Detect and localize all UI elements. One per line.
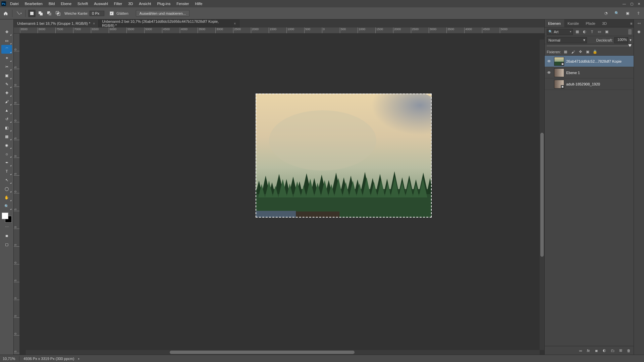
filter-type-icon[interactable]: T (589, 29, 595, 35)
layer-mask-icon[interactable]: ◙ (594, 349, 599, 353)
type-tool[interactable]: T (1, 167, 12, 176)
close-window-button[interactable]: ✕ (635, 0, 643, 7)
menu-hilfe[interactable]: Hilfe (192, 0, 205, 7)
layer-group-icon[interactable]: 🗀 (610, 349, 615, 353)
layer-visibility-icon[interactable]: 👁 (546, 59, 552, 64)
path-select-tool[interactable]: ↖ (1, 176, 12, 184)
menu-auswahl[interactable]: Auswahl (91, 0, 111, 7)
feather-input[interactable] (90, 11, 104, 16)
document-tab-1[interactable]: Unbenannt-2 bei 10,7% (26ab471dd8dc52b95… (99, 19, 239, 27)
layer-thumbnail[interactable] (554, 68, 564, 77)
ruler-origin[interactable] (14, 27, 20, 34)
history-brush-tool[interactable]: ↺ (1, 115, 12, 123)
horizontal-ruler[interactable]: 8500800075007000650060005500500045004000… (20, 27, 544, 34)
horizontal-scrollbar[interactable] (26, 350, 540, 355)
filter-smart-icon[interactable]: ▣ (604, 29, 610, 35)
panel-tab-kanäle[interactable]: Kanäle (564, 19, 582, 27)
layer-row[interactable]: 👁Ebene 1 (545, 67, 634, 78)
layer-row[interactable]: ▣adult-1852908_1920 (545, 78, 634, 90)
marquee-tool[interactable]: ▭ (1, 36, 12, 45)
vertical-ruler[interactable]: 05050505050505050505 (14, 34, 20, 355)
document-dimensions[interactable]: 4936 Px x 3319 Px (300 ppcm) (23, 357, 74, 361)
share-icon[interactable]: ⇪ (635, 10, 642, 17)
zoom-level[interactable]: 10,71% (3, 357, 15, 361)
move-tool[interactable]: ✥ (1, 27, 12, 36)
lock-all-icon[interactable]: 🔒 (592, 49, 598, 55)
layer-name[interactable]: adult-1852908_1920 (566, 82, 632, 86)
panel-tab-3d[interactable]: 3D (599, 19, 610, 27)
layer-row[interactable]: 👁▣26ab471dd8dc52...7828df7 Kopie (545, 56, 634, 67)
filter-pixel-icon[interactable]: ▦ (574, 29, 580, 35)
blend-mode-select[interactable]: Normal ▾ (547, 37, 587, 43)
close-tab-icon[interactable]: × (234, 22, 236, 25)
color-swatch[interactable] (2, 213, 12, 223)
layer-thumbnail[interactable]: ▣ (554, 57, 564, 66)
zoom-tool[interactable]: 🔍 (1, 202, 12, 210)
minimize-button[interactable]: — (621, 0, 628, 7)
learn-panel-icon[interactable]: ◉ (636, 28, 642, 35)
menu-datei[interactable]: Datei (7, 0, 21, 7)
lock-artboard-icon[interactable]: ▣ (585, 49, 590, 55)
vertical-scrollbar[interactable] (540, 40, 544, 350)
edit-toolbar[interactable]: ⋯ (1, 223, 12, 231)
lock-position-icon[interactable]: ✥ (578, 49, 583, 55)
hand-tool[interactable]: ✋ (1, 193, 12, 202)
brush-tool[interactable]: 🖌 (1, 97, 12, 106)
dodge-tool[interactable]: ☼ (1, 149, 12, 158)
canvas[interactable] (20, 34, 544, 355)
frame-tool[interactable]: ▣ (1, 71, 12, 80)
menu-ansicht[interactable]: Ansicht (136, 0, 154, 7)
shape-tool[interactable]: ◯ (1, 184, 12, 193)
select-and-mask-button[interactable]: Auswählen und maskieren... (136, 10, 190, 17)
magic-wand-tool[interactable]: ✶ (1, 54, 12, 62)
opacity-slider[interactable] (547, 44, 632, 48)
delete-layer-icon[interactable]: 🗑 (626, 349, 631, 353)
antialias-checkbox[interactable]: ✓ (110, 11, 114, 15)
panel-tab-pfade[interactable]: Pfade (582, 19, 599, 27)
eraser-tool[interactable]: ◧ (1, 123, 12, 132)
layer-visibility-icon[interactable]: 👁 (546, 70, 552, 75)
menu-schrift[interactable]: Schrift (75, 0, 91, 7)
selection-subtract-icon[interactable] (46, 10, 53, 17)
cloud-docs-icon[interactable]: ◔ (602, 10, 610, 17)
opacity-flyout-icon[interactable]: ▾ (630, 38, 632, 42)
close-tab-icon[interactable]: × (93, 22, 95, 25)
lock-image-icon[interactable]: 🖌 (570, 49, 576, 55)
menu-ebene[interactable]: Ebene (58, 0, 74, 7)
clone-stamp-tool[interactable]: ▲ (1, 106, 12, 115)
screen-mode[interactable]: ▢ (1, 240, 12, 249)
layer-name[interactable]: Ebene 1 (566, 71, 632, 75)
gradient-tool[interactable]: ▦ (1, 132, 12, 141)
panel-tab-ebenen[interactable]: Ebenen (545, 19, 564, 27)
menu-fenster[interactable]: Fenster (174, 0, 192, 7)
new-layer-icon[interactable]: ⊞ (618, 348, 623, 353)
panel-menu-icon[interactable]: ≡ (627, 19, 634, 27)
filter-shape-icon[interactable]: ▭ (596, 29, 602, 35)
blur-tool[interactable]: ◉ (1, 141, 12, 149)
search-icon[interactable]: 🔍 (613, 10, 621, 17)
menu-bild[interactable]: Bild (46, 0, 57, 7)
quick-mask[interactable]: ◙ (1, 231, 12, 240)
workspace-icon[interactable]: ▣ (624, 10, 631, 17)
menu-bearbeiten[interactable]: Bearbeiten (22, 0, 45, 7)
tool-preset-picker[interactable]: ▾ (15, 10, 22, 17)
menu-filter[interactable]: Filter (111, 0, 125, 7)
opacity-value[interactable]: 100% (614, 37, 628, 43)
menu-plug-ins[interactable]: Plug-ins (154, 0, 173, 7)
selection-add-icon[interactable] (37, 10, 44, 17)
selection-new-icon[interactable] (28, 10, 36, 17)
link-layers-icon[interactable]: ⫘ (578, 349, 583, 353)
home-button[interactable] (2, 10, 9, 17)
layer-thumbnail[interactable]: ▣ (554, 80, 564, 88)
filter-toggle[interactable] (628, 29, 632, 35)
status-flyout-icon[interactable]: ▸ (78, 357, 80, 360)
filter-adjust-icon[interactable]: ◐ (582, 29, 588, 35)
layer-filter-kind-select[interactable]: 🔍 Art ▾ (547, 29, 573, 35)
menu-3d[interactable]: 3D (125, 0, 136, 7)
maximize-button[interactable]: ▢ (628, 0, 635, 7)
lasso-tool[interactable]: ⌒ (1, 45, 12, 54)
selection-intersect-icon[interactable] (54, 10, 62, 17)
lock-transparent-icon[interactable]: ▦ (563, 49, 568, 55)
crop-tool[interactable]: ✂ (1, 62, 12, 71)
eyedropper-tool[interactable]: ✎ (1, 80, 12, 88)
